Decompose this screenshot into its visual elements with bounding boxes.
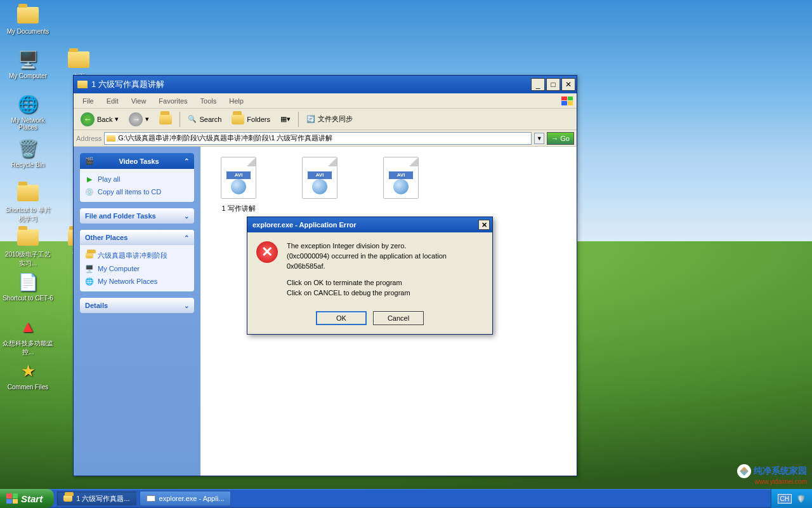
desktop-icon-network-places[interactable]: 🌐My Network Places	[3, 91, 53, 136]
error-message: The exception Integer division by zero.(…	[287, 241, 483, 305]
dialog-title: explorer.exe - Application Error	[252, 221, 356, 229]
maximize-button[interactable]: □	[546, 78, 560, 91]
sync-button[interactable]: 🔄 文件夹同步	[302, 111, 357, 128]
window-title: 1 六级写作真题讲解	[91, 79, 164, 90]
desktop-icon-my-computer[interactable]: 🖥️My Computer	[3, 47, 53, 91]
close-button[interactable]: ✕	[561, 78, 575, 91]
video-tasks-panel: 🎬 Video Tasks⌃ ▶Play all 💿Copy all items…	[80, 153, 194, 202]
file-item[interactable]: AVI	[369, 157, 433, 204]
address-dropdown[interactable]: ▼	[534, 133, 544, 144]
watermark: 纯净系统家园 www.yidaimei.com	[737, 464, 807, 485]
cancel-button[interactable]: Cancel	[373, 311, 424, 325]
minimize-button[interactable]: _	[531, 78, 545, 91]
desktop-icon-shortcut-study[interactable]: Shortcut to 单片机学习	[3, 180, 53, 225]
windows-logo-icon	[558, 94, 577, 108]
menubar: File Edit View Favorites Tools Help	[74, 93, 577, 109]
chevron-down-icon: ⌄	[184, 213, 189, 220]
language-indicator[interactable]: CH	[778, 494, 792, 504]
desktop-icon-monitor-app[interactable]: ▲众想科技多功能监控...	[3, 314, 53, 358]
menu-file[interactable]: File	[76, 95, 100, 107]
forward-button[interactable]: → ▾	[124, 111, 154, 128]
back-button[interactable]: ←Back ▾	[76, 111, 123, 128]
desktop-icon-my-documents[interactable]: My Documents	[3, 3, 53, 47]
file-item[interactable]: AVI1 写作讲解	[207, 157, 270, 213]
tasks-pane: 🎬 Video Tasks⌃ ▶Play all 💿Copy all items…	[74, 147, 200, 476]
taskbar: Start 1 六级写作真题... explorer.exe - Appli..…	[0, 489, 812, 508]
play-all-link[interactable]: ▶Play all	[85, 173, 189, 185]
go-button[interactable]: → Go	[547, 132, 574, 145]
details-header[interactable]: Details⌄	[80, 298, 194, 313]
up-button[interactable]	[155, 111, 176, 128]
desktop-icon-common-files[interactable]: ★Commen Files	[3, 358, 53, 403]
menu-help[interactable]: Help	[223, 95, 250, 107]
titlebar[interactable]: 1 六级写作真题讲解 _ □ ✕	[74, 76, 577, 93]
other-place-parent[interactable]: 六级真题串讲冲刺阶段	[85, 249, 189, 262]
other-places-panel: Other Places⌃ 六级真题串讲冲刺阶段 🖥️My Computer 🌐…	[80, 230, 194, 291]
folder-icon	[107, 135, 115, 142]
menu-tools[interactable]: Tools	[194, 95, 223, 107]
watermark-logo-icon	[737, 464, 751, 478]
file-item[interactable]: AVI	[288, 157, 351, 204]
taskbar-item-error[interactable]: explorer.exe - Appli...	[140, 491, 232, 506]
address-label: Address	[76, 135, 102, 142]
start-button[interactable]: Start	[0, 489, 54, 508]
menu-edit[interactable]: Edit	[100, 95, 125, 107]
tray-icon[interactable]: 🛡️	[797, 495, 806, 503]
folder-icon	[77, 81, 88, 88]
error-icon: ✕	[256, 241, 278, 263]
ok-button[interactable]: OK	[316, 311, 367, 325]
other-places-header[interactable]: Other Places⌃	[80, 230, 194, 245]
dialog-close-button[interactable]: ✕	[478, 220, 490, 230]
desktop-icon-2010-folder[interactable]: 2010级电子工艺实习...	[3, 225, 53, 269]
menu-favorites[interactable]: Favorites	[152, 95, 193, 107]
chevron-down-icon: ⌄	[184, 302, 189, 309]
error-dialog: explorer.exe - Application Error ✕ ✕ The…	[247, 217, 493, 335]
chevron-up-icon: ⌃	[184, 234, 189, 241]
menu-view[interactable]: View	[125, 95, 153, 107]
taskbar-item-explorer-folder[interactable]: 1 六级写作真题...	[56, 491, 136, 506]
search-button[interactable]: 🔍 Search	[183, 111, 226, 128]
dialog-titlebar[interactable]: explorer.exe - Application Error ✕	[247, 217, 492, 232]
video-tasks-header[interactable]: 🎬 Video Tasks⌃	[80, 153, 194, 169]
other-place-mycomputer[interactable]: 🖥️My Computer	[85, 262, 189, 275]
other-place-network[interactable]: 🌐My Network Places	[85, 275, 189, 288]
desktop-icon-recycle-bin[interactable]: 🗑️Recycle Bin	[3, 136, 53, 180]
copy-to-cd-link[interactable]: 💿Copy all items to CD	[85, 185, 189, 198]
details-panel: Details⌄	[80, 298, 194, 313]
views-button[interactable]: ▦▾	[276, 111, 295, 128]
address-bar: Address G:\六级真题串讲冲刺阶段\六级真题串讲冲刺阶段\1 六级写作真…	[74, 130, 577, 147]
system-tray[interactable]: CH 🛡️	[771, 489, 812, 508]
file-tasks-panel: File and Folder Tasks⌄	[80, 208, 194, 224]
chevron-up-icon: ⌃	[184, 157, 189, 164]
file-tasks-header[interactable]: File and Folder Tasks⌄	[80, 208, 194, 224]
address-input[interactable]: G:\六级真题串讲冲刺阶段\六级真题串讲冲刺阶段\1 六级写作真题讲解	[104, 132, 532, 145]
desktop-icon-cet6[interactable]: 📄Shortcut to CET-6	[3, 269, 53, 314]
toolbar: ←Back ▾ → ▾ 🔍 Search Folders ▦▾ 🔄 文件夹同步	[74, 109, 577, 130]
folders-button[interactable]: Folders	[227, 111, 275, 128]
